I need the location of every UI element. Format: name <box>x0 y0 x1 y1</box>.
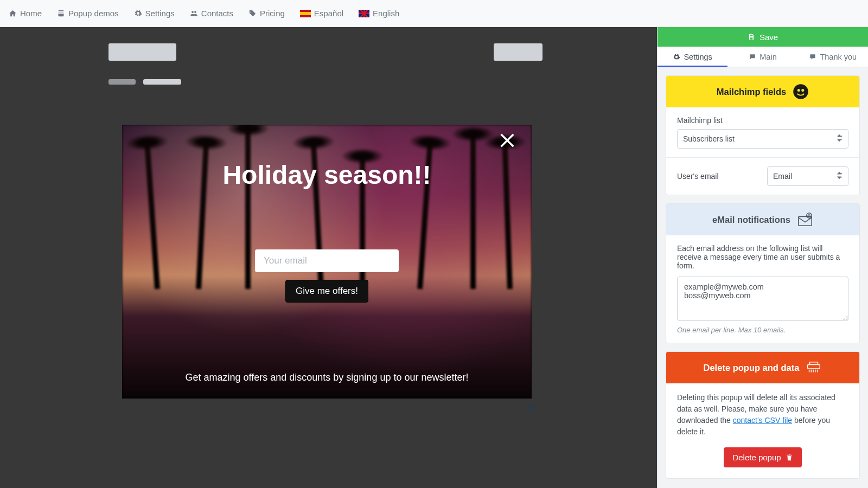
save-button[interactable]: Save <box>658 27 868 47</box>
user-email-select[interactable]: Email <box>767 166 848 186</box>
tab-thankyou[interactable]: Thank you <box>798 47 868 67</box>
svg-point-2 <box>793 84 808 99</box>
move-icon <box>522 400 540 418</box>
nav-popup-demos[interactable]: Popup demos <box>57 9 119 18</box>
contacts-csv-link[interactable]: contact's CSV file <box>733 416 792 425</box>
ghost-page <box>108 43 542 86</box>
nav-home[interactable]: Home <box>9 9 42 18</box>
chat-icon <box>749 53 756 61</box>
nav-settings-label: Settings <box>145 9 175 18</box>
mailchimp-card: Mailchimp fields Mailchimp list Subscrib… <box>666 75 860 195</box>
top-nav: Home Popup demos Settings Contacts Prici… <box>0 0 868 27</box>
contacts-icon <box>190 9 198 17</box>
notifications-header-label: eMail notifications <box>712 215 790 225</box>
save-icon <box>748 33 755 41</box>
notifications-hint: One email per line. Max 10 emails. <box>677 326 848 334</box>
nav-settings[interactable]: Settings <box>134 9 175 18</box>
tag-icon <box>248 9 257 17</box>
nav-popup-demos-label: Popup demos <box>68 9 119 18</box>
flag-es-icon <box>300 10 311 17</box>
svg-point-4 <box>801 89 804 92</box>
popup-email-input[interactable] <box>255 249 399 272</box>
panel-tabs: Settings Main Thank you <box>658 47 868 67</box>
trash-icon <box>786 454 793 461</box>
user-email-label: User's email <box>677 172 719 181</box>
popup-title[interactable]: Holiday season!! <box>222 160 431 190</box>
delete-desc: Deleting this popup will delete all its … <box>677 392 848 438</box>
svg-text:@: @ <box>807 214 810 217</box>
delete-header: Delete popup and data <box>666 352 859 383</box>
nav-home-label: Home <box>20 9 42 18</box>
nav-pricing[interactable]: Pricing <box>248 9 285 18</box>
canvas-area: Holiday season!! Give me offers! Get ama… <box>0 27 657 488</box>
stack-icon <box>57 9 65 17</box>
svg-rect-8 <box>808 364 820 369</box>
delete-card: Delete popup and data Deleting this popu… <box>666 351 860 479</box>
mailchimp-header: Mailchimp fields <box>666 76 859 107</box>
gear-icon <box>134 9 142 17</box>
delete-header-label: Delete popup and data <box>704 363 800 373</box>
notifications-header: eMail notifications @ <box>666 204 859 235</box>
notifications-textarea[interactable]: example@myweb.com boss@myweb.com <box>677 277 848 321</box>
mailchimp-list-label: Mailchimp list <box>677 116 848 125</box>
tab-settings[interactable]: Settings <box>658 47 727 67</box>
popup-subtitle[interactable]: Get amazing offers and discounts by sign… <box>122 372 532 383</box>
nav-spanish-label: Español <box>314 9 343 18</box>
mailchimp-header-label: Mailchimp fields <box>717 87 786 97</box>
message-icon <box>809 53 816 61</box>
delete-popup-button[interactable]: Delete popup <box>724 447 801 467</box>
shredder-icon <box>806 359 822 376</box>
nav-contacts-label: Contacts <box>201 9 233 18</box>
svg-point-3 <box>797 89 800 92</box>
nav-contacts[interactable]: Contacts <box>190 9 233 18</box>
gear-icon <box>673 53 680 61</box>
nav-pricing-label: Pricing <box>260 9 285 18</box>
tab-settings-label: Settings <box>684 53 712 61</box>
delete-popup-label: Delete popup <box>732 453 781 462</box>
move-handle[interactable] <box>522 400 540 420</box>
mail-icon: @ <box>797 211 813 228</box>
nav-english[interactable]: English <box>359 9 399 18</box>
nav-english-label: English <box>373 9 399 18</box>
mailchimp-list-select[interactable]: Subscribers list <box>677 129 848 149</box>
popup-submit-button[interactable]: Give me offers! <box>285 280 368 303</box>
tab-main-label: Main <box>760 53 776 61</box>
mailchimp-icon <box>793 84 809 100</box>
popup-preview: Holiday season!! Give me offers! Get ama… <box>122 125 532 399</box>
notifications-card: eMail notifications @ Each email address… <box>666 203 860 343</box>
nav-spanish[interactable]: Español <box>300 9 343 18</box>
home-icon <box>9 9 17 17</box>
flag-en-icon <box>359 10 369 17</box>
tab-thankyou-label: Thank you <box>820 53 857 61</box>
settings-panel: Save Settings Main Thank you Mailchimp f… <box>657 27 868 488</box>
tab-main[interactable]: Main <box>727 47 797 67</box>
save-label: Save <box>760 33 778 42</box>
notifications-desc: Each email address on the following list… <box>677 244 848 270</box>
